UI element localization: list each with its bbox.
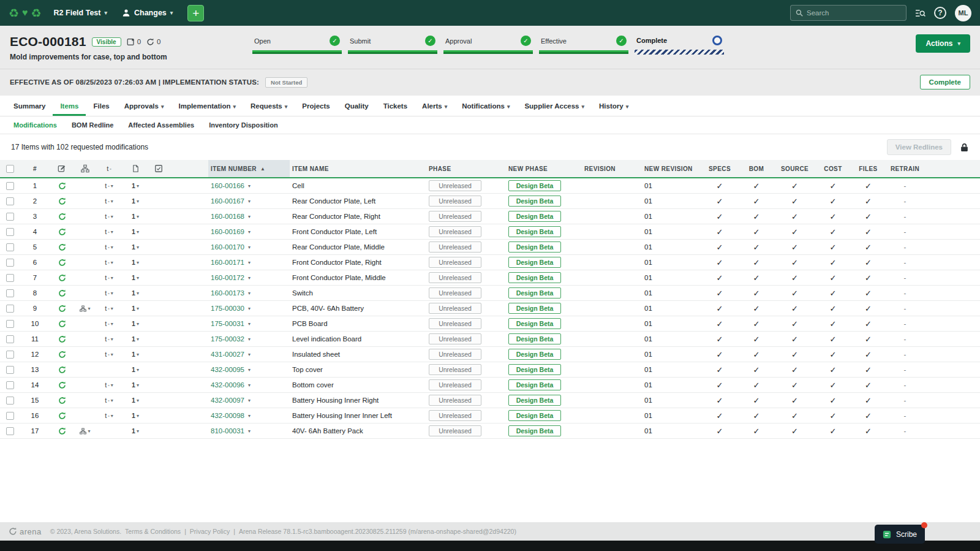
sync-count-button[interactable]: 0 [146, 38, 160, 46]
revision-count-dropdown[interactable]: 1 ▾ [132, 397, 139, 404]
lifecycle-dropdown[interactable]: t▫ ▾ [105, 197, 113, 205]
tab-quality[interactable]: Quality [337, 96, 376, 116]
tab-history[interactable]: History [592, 96, 636, 116]
item-number-link[interactable]: 160-00171 [211, 259, 244, 266]
workspace-dropdown[interactable]: R2 Field Test ▾ [54, 9, 107, 17]
arena-logo[interactable]: ♻ ♥ ♻ [9, 7, 42, 19]
edit-icon[interactable] [50, 160, 74, 177]
revision-count-dropdown[interactable]: 1 ▾ [132, 381, 139, 389]
lifecycle-dropdown[interactable]: t▫ ▾ [105, 243, 113, 251]
subtab-bom-redline[interactable]: BOM Redline [64, 116, 121, 134]
item-number-link[interactable]: 160-00167 [211, 197, 244, 205]
chevron-down-icon[interactable]: ▾ [248, 214, 251, 219]
item-number-link[interactable]: 160-00168 [211, 213, 244, 220]
row-checkbox[interactable] [6, 335, 14, 343]
where-used-dropdown[interactable]: ▾ [80, 428, 90, 435]
revision-count-dropdown[interactable]: 1 ▾ [132, 427, 139, 435]
column-cost[interactable]: COST [815, 160, 851, 177]
lifecycle-dropdown[interactable]: t▫ ▾ [105, 320, 113, 327]
revision-count-dropdown[interactable]: 1 ▾ [132, 259, 139, 266]
privacy-link[interactable]: Privacy Policy [190, 528, 230, 535]
item-number-link[interactable]: 432-00098 [211, 412, 244, 419]
item-number-link[interactable]: 175-00030 [211, 305, 244, 312]
where-used-icon[interactable] [74, 160, 97, 177]
item-number-link[interactable]: 160-00173 [211, 289, 244, 297]
lock-icon[interactable] [960, 143, 969, 152]
row-checkbox[interactable] [6, 427, 14, 435]
lifecycle-dropdown[interactable]: t▫ ▾ [105, 274, 113, 281]
row-checkbox[interactable] [6, 228, 14, 236]
tab-files[interactable]: Files [86, 96, 116, 116]
lifecycle-dropdown[interactable]: t▫ ▾ [105, 228, 113, 235]
row-checkbox[interactable] [6, 243, 14, 251]
item-number-link[interactable]: 160-00169 [211, 228, 244, 235]
column-specs[interactable]: SPECS [701, 160, 738, 177]
advanced-search-icon[interactable] [915, 9, 925, 18]
where-used-dropdown[interactable]: ▾ [80, 305, 90, 312]
item-number-link[interactable]: 432-00096 [211, 381, 244, 389]
row-checkbox[interactable] [6, 320, 14, 328]
row-checkbox[interactable] [6, 289, 14, 297]
column-bom[interactable]: BOM [738, 160, 775, 177]
terms-link[interactable]: Terms & Conditions [125, 528, 181, 535]
chevron-down-icon[interactable]: ▾ [248, 306, 251, 311]
row-checkbox[interactable] [6, 412, 14, 420]
create-new-button[interactable]: + [187, 5, 204, 21]
revision-count-dropdown[interactable]: 1 ▾ [132, 351, 139, 358]
row-checkbox[interactable] [6, 274, 14, 282]
revision-count-dropdown[interactable]: 1 ▾ [132, 182, 139, 189]
row-checkbox[interactable] [6, 366, 14, 374]
column-source[interactable]: SOURCE [775, 160, 815, 177]
lifecycle-dropdown[interactable]: t▫ ▾ [105, 213, 113, 220]
tab-tickets[interactable]: Tickets [376, 96, 415, 116]
tab-summary[interactable]: Summary [6, 96, 53, 116]
chevron-down-icon[interactable]: ▾ [248, 245, 251, 250]
lifecycle-dropdown[interactable]: t▫ ▾ [105, 289, 113, 297]
lifecycle-dropdown[interactable]: t▫ ▾ [105, 182, 113, 189]
revision-count-dropdown[interactable]: 1 ▾ [132, 366, 139, 373]
lifecycle-dropdown[interactable]: t▫ ▾ [105, 381, 113, 389]
chevron-down-icon[interactable]: ▾ [248, 336, 251, 342]
tab-projects[interactable]: Projects [295, 96, 337, 116]
revision-count-dropdown[interactable]: 1 ▾ [132, 197, 139, 205]
chevron-down-icon[interactable]: ▾ [248, 260, 251, 265]
item-number-link[interactable]: 810-00031 [211, 427, 244, 435]
notes-count-button[interactable]: 0 [127, 38, 141, 46]
column-phase[interactable]: PHASE [429, 160, 508, 177]
column-row-number[interactable]: # [20, 160, 50, 177]
item-number-link[interactable]: 432-00097 [211, 397, 244, 404]
help-icon[interactable]: ? [934, 7, 946, 19]
chevron-down-icon[interactable]: ▾ [248, 428, 251, 434]
item-number-link[interactable]: 432-00095 [211, 366, 244, 373]
column-new-phase[interactable]: NEW PHASE [508, 160, 582, 177]
column-item-number[interactable]: ITEM NUMBER▲ [208, 160, 290, 177]
column-files[interactable]: FILES [851, 160, 885, 177]
chevron-down-icon[interactable]: ▾ [248, 398, 251, 403]
avatar[interactable]: ML [955, 5, 971, 21]
revision-count-dropdown[interactable]: 1 ▾ [132, 305, 139, 312]
select-all-checkbox[interactable] [6, 165, 14, 173]
row-checkbox[interactable] [6, 305, 14, 313]
revision-count-dropdown[interactable]: 1 ▾ [132, 243, 139, 251]
subtab-modifications[interactable]: Modifications [6, 116, 64, 134]
column-new-revision[interactable]: NEW REVISION [642, 160, 701, 177]
chevron-down-icon[interactable]: ▾ [248, 183, 251, 189]
lifecycle-dropdown[interactable]: t▫ ▾ [105, 259, 113, 266]
tab-supplier-access[interactable]: Supplier Access [517, 96, 592, 116]
row-checkbox[interactable] [6, 197, 14, 205]
row-checkbox[interactable] [6, 397, 14, 405]
search-input[interactable] [807, 9, 892, 17]
revision-count-dropdown[interactable]: 1 ▾ [132, 213, 139, 220]
row-checkbox[interactable] [6, 381, 14, 389]
chevron-down-icon[interactable]: ▾ [248, 275, 251, 281]
chevron-down-icon[interactable]: ▾ [248, 367, 251, 373]
lifecycle-dropdown[interactable]: t▫ ▾ [105, 305, 113, 312]
lifecycle-icon[interactable]: t▫ [97, 160, 121, 177]
chevron-down-icon[interactable]: ▾ [248, 199, 251, 204]
subtab-affected-assemblies[interactable]: Affected Assemblies [121, 116, 202, 134]
view-redlines-button[interactable]: View Redlines [887, 139, 951, 155]
chevron-down-icon[interactable]: ▾ [248, 321, 251, 327]
lifecycle-dropdown[interactable]: t▫ ▾ [105, 412, 113, 419]
tab-items[interactable]: Items [53, 96, 86, 116]
scribe-widget[interactable]: Scribe [875, 525, 925, 544]
